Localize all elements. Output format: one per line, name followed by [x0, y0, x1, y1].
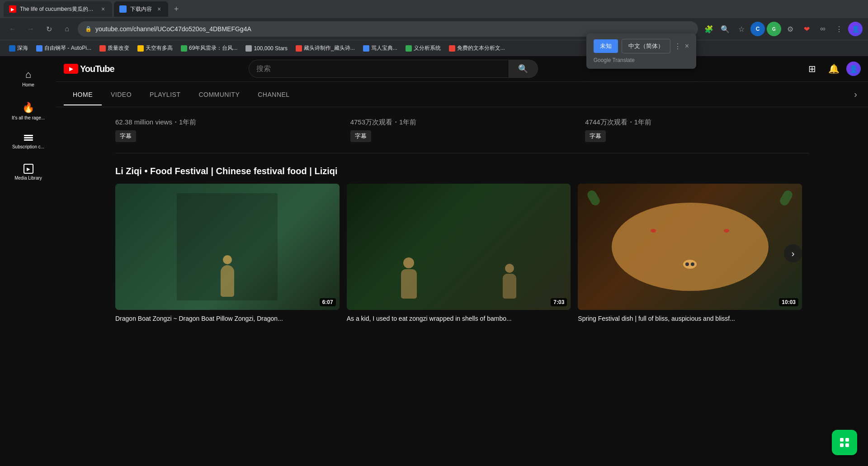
library-icon: ▶ — [24, 164, 33, 174]
section-divider — [115, 153, 809, 153]
tab-home[interactable]: HOME — [64, 84, 102, 105]
security-icon: 🔒 — [85, 26, 92, 32]
video-title-2: As a kid, I used to eat zongzi wrapped i… — [347, 314, 571, 323]
bookmark-icon-4 — [137, 45, 144, 52]
extension-icon-1[interactable]: ⚙ — [783, 22, 797, 36]
search-input[interactable] — [249, 60, 509, 78]
address-text: youtube.com/channel/UCoC47do520os_4DBMEF… — [95, 25, 691, 33]
svg-rect-0 — [840, 438, 844, 442]
search-browser-icon[interactable]: 🔍 — [718, 22, 732, 36]
video-duration-3: 10:03 — [779, 298, 798, 306]
float-icon — [838, 436, 851, 449]
bookmark-icon-8 — [363, 45, 369, 52]
yt-search-bar: 🔍 — [249, 60, 538, 78]
youtube-logo[interactable]: YouTube — [64, 64, 114, 74]
stat-views-1: 62.38 million views・1年前 — [115, 118, 340, 127]
translate-close-icon[interactable]: × — [685, 42, 689, 50]
video-thumb-2: 7:03 — [347, 184, 571, 310]
extensions-icon[interactable]: 🧩 — [702, 22, 716, 36]
youtube-favicon: ▶ — [9, 5, 16, 13]
extension-icon-2[interactable]: ❤ — [799, 22, 814, 36]
tab-downloads-close[interactable]: × — [156, 5, 163, 13]
home-browser-button[interactable]: ⌂ — [60, 22, 74, 36]
video-grid-next-arrow[interactable]: › — [784, 244, 802, 262]
bookmark-autopiano[interactable]: 自由钢琴 - AutoPi... — [33, 43, 95, 54]
sidebar: ⌂ Home 🔥 It's all the rage... Subscripti… — [0, 56, 57, 466]
bookmark-shenshai[interactable]: 深海 — [5, 43, 32, 54]
bookmark-69[interactable]: 69年风雷录：台风... — [177, 43, 241, 54]
tab-playlist[interactable]: PLAYLIST — [141, 84, 189, 105]
tab-community[interactable]: COMMUNITY — [189, 84, 249, 105]
video-card-3[interactable]: 10:03 Spring Festival dish | full of bli… — [578, 184, 802, 323]
video-card-2[interactable]: 7:03 As a kid, I used to eat zongzi wrap… — [347, 184, 571, 323]
main-content: 62.38 million views・1年前 字幕 4753万次观看・1年前 … — [57, 107, 868, 466]
sidebar-item-library[interactable]: ▶ Media Library — [0, 158, 57, 186]
yt-header: YouTube 🔍 ⊞ 🔔 👤 — [57, 56, 868, 82]
translate-chinese-btn[interactable]: 中文（简体） — [622, 39, 670, 53]
yt-user-avatar[interactable]: 👤 — [846, 62, 861, 76]
video-title-1: Dragon Boat Zongzi ~ Dragon Boat Pillow … — [115, 314, 340, 323]
bookmark-tibetan[interactable]: 藏头诗制作_藏头诗... — [292, 43, 359, 54]
sidebar-item-subscriptions[interactable]: Subscription c... — [0, 129, 57, 155]
bookmarks-bar: 深海 自由钢琴 - AutoPi... 质量改变 天空有多高 69年风雷录：台风… — [0, 40, 868, 56]
new-tab-button[interactable]: + — [170, 3, 183, 15]
translate-google-label: Google Translate — [594, 57, 689, 63]
extension-icon-3[interactable]: ∞ — [816, 22, 830, 36]
bookmark-analysis[interactable]: 义分析系统 — [402, 43, 444, 54]
float-action-button[interactable] — [832, 430, 857, 455]
channel-tabs: HOME VIDEO PLAYLIST COMMUNITY CHANNEL › — [57, 82, 868, 107]
bookmark-scold[interactable]: 骂人宝典... — [359, 43, 401, 54]
subscriptions-icon — [24, 135, 33, 141]
bookmark-icon-2 — [36, 45, 42, 52]
bookmark-browser-icon[interactable]: ☆ — [734, 22, 749, 36]
yt-navbar: YouTube 🔍 ⊞ 🔔 👤 — [57, 56, 868, 81]
video-card-1[interactable]: 6:07 Dragon Boat Zongzi ~ Dragon Boat Pi… — [115, 184, 340, 323]
sidebar-rage-label: It's all the rage... — [12, 115, 45, 120]
back-button[interactable]: ← — [5, 22, 20, 36]
sidebar-item-rage[interactable]: 🔥 It's all the rage... — [0, 96, 57, 126]
section-title: Li Ziqi • Food Festival | Chinese festiv… — [115, 166, 809, 176]
fire-icon: 🔥 — [22, 102, 34, 114]
bookmark-quality[interactable]: 质量改变 — [96, 43, 133, 54]
chrome-icon[interactable]: C — [750, 22, 765, 36]
sidebar-item-home[interactable]: ⌂ Home — [0, 63, 57, 93]
search-button[interactable]: 🔍 — [509, 60, 538, 78]
video-duration-1: 6:07 — [320, 298, 336, 306]
refresh-button[interactable]: ↻ — [42, 22, 56, 36]
tab-next-arrow[interactable]: › — [850, 82, 861, 107]
tab-downloads-title: 下载内容 — [130, 5, 152, 13]
youtube-logo-icon — [64, 64, 78, 74]
more-button[interactable]: ⋮ — [832, 22, 846, 36]
sidebar-library-label: Media Library — [14, 176, 42, 181]
bookmark-text-analysis[interactable]: 免费的文本分析文... — [445, 43, 509, 54]
download-favicon: ↓ — [119, 5, 127, 13]
bookmark-100k[interactable]: 100,000 Stars — [242, 43, 291, 53]
tab-channel[interactable]: CHANNEL — [249, 84, 298, 105]
tab-youtube-close[interactable]: × — [99, 5, 107, 13]
stat-badge-3: 字幕 — [585, 130, 606, 142]
grid-icon[interactable]: ⊞ — [803, 60, 821, 78]
translate-unknown-btn[interactable]: 未知 — [594, 39, 618, 53]
browser-chrome: ▶ The life of cucumbers黄瓜的一... × ↓ 下载内容 … — [0, 0, 868, 56]
tab-downloads[interactable]: ↓ 下载内容 × — [114, 1, 168, 17]
tab-video[interactable]: VIDEO — [102, 84, 141, 105]
video-grid: 6:07 Dragon Boat Zongzi ~ Dragon Boat Pi… — [115, 184, 809, 334]
forward-button[interactable]: → — [24, 22, 38, 36]
grammarly-icon[interactable]: G — [767, 22, 781, 36]
browser-profile-avatar[interactable]: 👤 — [848, 22, 863, 36]
bookmark-icon-5 — [181, 45, 187, 52]
bookmark-icon-7 — [296, 45, 302, 52]
tab-youtube-title: The life of cucumbers黄瓜的一... — [20, 5, 96, 13]
bookmark-sky[interactable]: 天空有多高 — [134, 43, 176, 54]
notification-icon[interactable]: 🔔 — [825, 60, 843, 78]
bookmark-icon-10 — [449, 45, 455, 52]
sidebar-home-label: Home — [22, 82, 34, 87]
bookmark-icon-6 — [245, 45, 252, 52]
stat-item-2: 4753万次观看・1年前 字幕 — [350, 118, 575, 142]
tab-youtube[interactable]: ▶ The life of cucumbers黄瓜的一... × — [4, 1, 112, 17]
translate-more-icon[interactable]: ⋮ — [674, 42, 681, 51]
tab-bar: ▶ The life of cucumbers黄瓜的一... × ↓ 下载内容 … — [0, 0, 868, 18]
nav-bar: ← → ↻ ⌂ 🔒 youtube.com/channel/UCoC47do52… — [0, 18, 868, 40]
stats-row: 62.38 million views・1年前 字幕 4753万次观看・1年前 … — [115, 107, 809, 149]
sidebar-subscriptions-label: Subscription c... — [12, 144, 44, 149]
